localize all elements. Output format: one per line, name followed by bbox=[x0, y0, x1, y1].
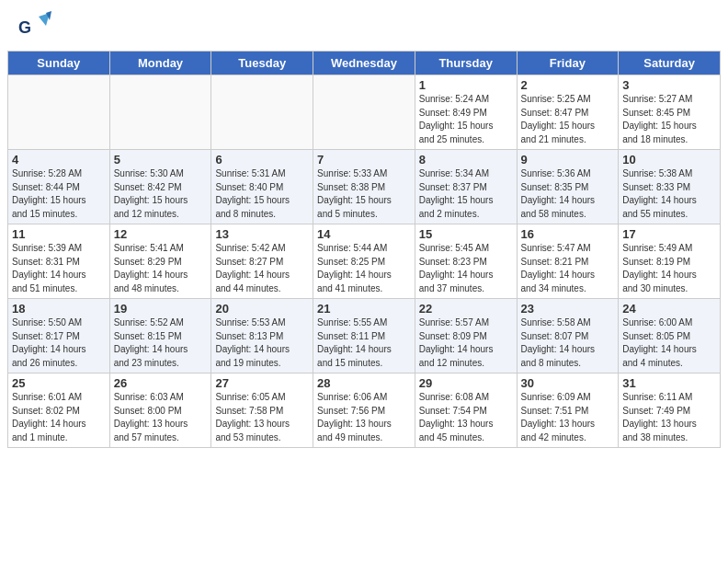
day-info: Sunrise: 6:09 AM Sunset: 7:51 PM Dayligh… bbox=[521, 391, 615, 444]
calendar-cell: 26Sunrise: 6:03 AM Sunset: 8:00 PM Dayli… bbox=[109, 373, 211, 448]
logo: G bbox=[18, 9, 51, 46]
day-number: 13 bbox=[215, 227, 309, 241]
day-info: Sunrise: 5:33 AM Sunset: 8:38 PM Dayligh… bbox=[317, 167, 411, 221]
day-info: Sunrise: 6:01 AM Sunset: 8:02 PM Dayligh… bbox=[12, 391, 106, 444]
day-info: Sunrise: 6:05 AM Sunset: 7:58 PM Dayligh… bbox=[215, 391, 309, 444]
calendar-header-row: SundayMondayTuesdayWednesdayThursdayFrid… bbox=[8, 52, 721, 75]
calendar-cell: 17Sunrise: 5:49 AM Sunset: 8:19 PM Dayli… bbox=[619, 224, 721, 299]
day-number: 21 bbox=[317, 302, 411, 316]
calendar-week-row: 1Sunrise: 5:24 AM Sunset: 8:49 PM Daylig… bbox=[8, 75, 721, 150]
calendar-day-header: Monday bbox=[109, 52, 211, 75]
day-number: 7 bbox=[317, 153, 411, 167]
day-info: Sunrise: 5:44 AM Sunset: 8:25 PM Dayligh… bbox=[317, 242, 411, 295]
day-number: 3 bbox=[622, 78, 716, 92]
day-info: Sunrise: 6:08 AM Sunset: 7:54 PM Dayligh… bbox=[419, 391, 513, 444]
day-info: Sunrise: 5:45 AM Sunset: 8:23 PM Dayligh… bbox=[419, 242, 513, 295]
calendar-cell: 16Sunrise: 5:47 AM Sunset: 8:21 PM Dayli… bbox=[517, 224, 619, 299]
calendar-day-header: Wednesday bbox=[313, 52, 415, 75]
day-number: 19 bbox=[114, 302, 208, 316]
calendar-cell bbox=[8, 75, 110, 150]
calendar-cell: 7Sunrise: 5:33 AM Sunset: 8:38 PM Daylig… bbox=[313, 150, 415, 224]
calendar-cell: 8Sunrise: 5:34 AM Sunset: 8:37 PM Daylig… bbox=[415, 150, 517, 224]
day-number: 5 bbox=[114, 153, 208, 167]
day-info: Sunrise: 5:39 AM Sunset: 8:31 PM Dayligh… bbox=[12, 242, 106, 295]
calendar-cell: 21Sunrise: 5:55 AM Sunset: 8:11 PM Dayli… bbox=[313, 299, 415, 373]
calendar-cell: 28Sunrise: 6:06 AM Sunset: 7:56 PM Dayli… bbox=[313, 373, 415, 448]
calendar-cell: 15Sunrise: 5:45 AM Sunset: 8:23 PM Dayli… bbox=[415, 224, 517, 299]
day-number: 24 bbox=[622, 302, 716, 316]
day-number: 20 bbox=[215, 302, 309, 316]
day-info: Sunrise: 6:03 AM Sunset: 8:00 PM Dayligh… bbox=[114, 391, 208, 444]
day-info: Sunrise: 5:41 AM Sunset: 8:29 PM Dayligh… bbox=[114, 242, 208, 295]
calendar-day-header: Sunday bbox=[8, 52, 110, 75]
calendar-cell: 23Sunrise: 5:58 AM Sunset: 8:07 PM Dayli… bbox=[517, 299, 619, 373]
day-number: 25 bbox=[12, 376, 106, 390]
day-info: Sunrise: 5:27 AM Sunset: 8:45 PM Dayligh… bbox=[622, 93, 716, 146]
calendar-cell: 14Sunrise: 5:44 AM Sunset: 8:25 PM Dayli… bbox=[313, 224, 415, 299]
day-info: Sunrise: 6:00 AM Sunset: 8:05 PM Dayligh… bbox=[622, 316, 716, 370]
calendar-cell bbox=[313, 75, 415, 150]
calendar-table: SundayMondayTuesdayWednesdayThursdayFrid… bbox=[7, 51, 721, 448]
day-number: 27 bbox=[215, 376, 309, 390]
calendar-day-header: Tuesday bbox=[211, 52, 313, 75]
calendar-day-header: Thursday bbox=[415, 52, 517, 75]
day-number: 4 bbox=[12, 153, 106, 167]
calendar-day-header: Saturday bbox=[619, 52, 721, 75]
calendar-week-row: 4Sunrise: 5:28 AM Sunset: 8:44 PM Daylig… bbox=[8, 150, 721, 224]
day-number: 30 bbox=[521, 376, 615, 390]
day-number: 17 bbox=[622, 227, 716, 241]
calendar-week-row: 11Sunrise: 5:39 AM Sunset: 8:31 PM Dayli… bbox=[8, 224, 721, 299]
day-number: 11 bbox=[12, 227, 106, 241]
logo-icon: G bbox=[18, 9, 51, 42]
day-number: 2 bbox=[521, 78, 615, 92]
day-info: Sunrise: 5:30 AM Sunset: 8:42 PM Dayligh… bbox=[114, 167, 208, 221]
calendar-body: 1Sunrise: 5:24 AM Sunset: 8:49 PM Daylig… bbox=[8, 75, 721, 448]
day-number: 6 bbox=[215, 153, 309, 167]
day-info: Sunrise: 5:24 AM Sunset: 8:49 PM Dayligh… bbox=[419, 93, 513, 146]
day-number: 22 bbox=[419, 302, 513, 316]
day-info: Sunrise: 5:47 AM Sunset: 8:21 PM Dayligh… bbox=[521, 242, 615, 295]
calendar-cell: 2Sunrise: 5:25 AM Sunset: 8:47 PM Daylig… bbox=[517, 75, 619, 150]
day-number: 16 bbox=[521, 227, 615, 241]
day-number: 1 bbox=[419, 78, 513, 92]
day-info: Sunrise: 6:06 AM Sunset: 7:56 PM Dayligh… bbox=[317, 391, 411, 444]
calendar-cell: 9Sunrise: 5:36 AM Sunset: 8:35 PM Daylig… bbox=[517, 150, 619, 224]
calendar-cell: 29Sunrise: 6:08 AM Sunset: 7:54 PM Dayli… bbox=[415, 373, 517, 448]
calendar-cell: 18Sunrise: 5:50 AM Sunset: 8:17 PM Dayli… bbox=[8, 299, 110, 373]
day-info: Sunrise: 5:50 AM Sunset: 8:17 PM Dayligh… bbox=[12, 316, 106, 370]
day-info: Sunrise: 5:58 AM Sunset: 8:07 PM Dayligh… bbox=[521, 316, 615, 370]
day-number: 9 bbox=[521, 153, 615, 167]
calendar-week-row: 18Sunrise: 5:50 AM Sunset: 8:17 PM Dayli… bbox=[8, 299, 721, 373]
day-info: Sunrise: 5:57 AM Sunset: 8:09 PM Dayligh… bbox=[419, 316, 513, 370]
calendar-cell: 25Sunrise: 6:01 AM Sunset: 8:02 PM Dayli… bbox=[8, 373, 110, 448]
day-info: Sunrise: 5:31 AM Sunset: 8:40 PM Dayligh… bbox=[215, 167, 309, 221]
calendar-cell: 4Sunrise: 5:28 AM Sunset: 8:44 PM Daylig… bbox=[8, 150, 110, 224]
calendar-cell: 20Sunrise: 5:53 AM Sunset: 8:13 PM Dayli… bbox=[211, 299, 313, 373]
day-info: Sunrise: 5:52 AM Sunset: 8:15 PM Dayligh… bbox=[114, 316, 208, 370]
calendar-cell: 1Sunrise: 5:24 AM Sunset: 8:49 PM Daylig… bbox=[415, 75, 517, 150]
calendar-week-row: 25Sunrise: 6:01 AM Sunset: 8:02 PM Dayli… bbox=[8, 373, 721, 448]
calendar-cell: 10Sunrise: 5:38 AM Sunset: 8:33 PM Dayli… bbox=[619, 150, 721, 224]
calendar-cell bbox=[211, 75, 313, 150]
calendar-cell: 27Sunrise: 6:05 AM Sunset: 7:58 PM Dayli… bbox=[211, 373, 313, 448]
calendar-cell: 3Sunrise: 5:27 AM Sunset: 8:45 PM Daylig… bbox=[619, 75, 721, 150]
day-number: 8 bbox=[419, 153, 513, 167]
day-number: 26 bbox=[114, 376, 208, 390]
day-number: 14 bbox=[317, 227, 411, 241]
day-number: 29 bbox=[419, 376, 513, 390]
svg-text:G: G bbox=[18, 18, 31, 37]
day-number: 15 bbox=[419, 227, 513, 241]
day-info: Sunrise: 5:38 AM Sunset: 8:33 PM Dayligh… bbox=[622, 167, 716, 221]
day-info: Sunrise: 6:11 AM Sunset: 7:49 PM Dayligh… bbox=[622, 391, 716, 444]
day-info: Sunrise: 5:49 AM Sunset: 8:19 PM Dayligh… bbox=[622, 242, 716, 295]
day-number: 18 bbox=[12, 302, 106, 316]
day-info: Sunrise: 5:55 AM Sunset: 8:11 PM Dayligh… bbox=[317, 316, 411, 370]
day-info: Sunrise: 5:28 AM Sunset: 8:44 PM Dayligh… bbox=[12, 167, 106, 221]
day-number: 12 bbox=[114, 227, 208, 241]
calendar-cell: 11Sunrise: 5:39 AM Sunset: 8:31 PM Dayli… bbox=[8, 224, 110, 299]
calendar-cell: 5Sunrise: 5:30 AM Sunset: 8:42 PM Daylig… bbox=[109, 150, 211, 224]
day-info: Sunrise: 5:34 AM Sunset: 8:37 PM Dayligh… bbox=[419, 167, 513, 221]
day-info: Sunrise: 5:25 AM Sunset: 8:47 PM Dayligh… bbox=[521, 93, 615, 146]
day-info: Sunrise: 5:36 AM Sunset: 8:35 PM Dayligh… bbox=[521, 167, 615, 221]
day-number: 23 bbox=[521, 302, 615, 316]
